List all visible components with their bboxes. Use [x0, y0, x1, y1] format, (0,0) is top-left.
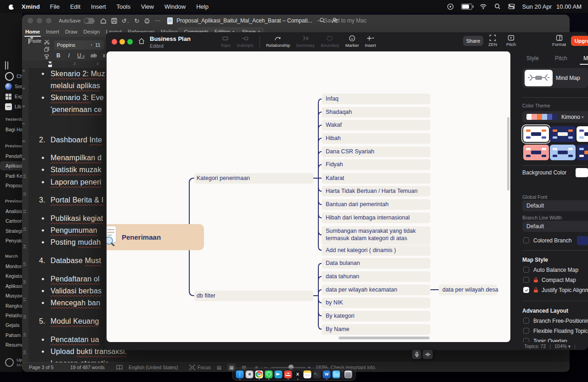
dock-icon-terminal[interactable]: ›_	[313, 371, 321, 378]
topic-subtopic[interactable]: Data bulanan	[322, 258, 430, 269]
format-strikethrough-button[interactable]: ab	[90, 52, 96, 59]
dock-icon-word[interactable]: W	[323, 371, 331, 378]
word-count[interactable]: 19 of 487 words	[70, 365, 105, 370]
sidebar-item[interactable]: Rangkai	[0, 301, 22, 310]
sidebar-item[interactable]: Gejala	[0, 320, 22, 330]
word-document-title[interactable]: Proposal_Aplikasi_Baitul_Mal_Aceh_Barat …	[176, 17, 312, 24]
topic-subtopic[interactable]: Hibah	[322, 133, 430, 144]
tool-relationship[interactable]: Relationship	[266, 34, 290, 48]
print-icon[interactable]	[144, 18, 150, 24]
read-mode-button[interactable]: ▤	[215, 364, 223, 371]
structure-selector[interactable]: Mind Map	[522, 68, 588, 88]
sidebar-toggle-icon[interactable]	[5, 61, 6, 70]
sidebar-item[interactable]: Strategi	[0, 226, 22, 236]
sidebar-item[interactable]: Cartoon	[0, 216, 22, 225]
dock-icon-chrome[interactable]	[255, 371, 263, 378]
menubar-item-window[interactable]: Window	[164, 3, 186, 10]
sidebar-item[interactable]: Padi Ken	[0, 171, 22, 180]
sidebar-nav-sora[interactable]: Sor	[0, 82, 22, 91]
dock-icon-whatsapp[interactable]	[265, 371, 273, 378]
topic-subtopic[interactable]: Sumbangan masyarakat yang tidak termasuk…	[322, 226, 430, 245]
menubar-item-insert[interactable]: Insert	[91, 3, 106, 10]
theme-option-5[interactable]	[550, 145, 576, 160]
canvas-zoom-level[interactable]: 104% ▾	[554, 343, 571, 349]
copy-icon[interactable]	[44, 47, 49, 52]
sidebar-nav-library[interactable]: Lib	[0, 102, 22, 111]
branch-line-width-select[interactable]: Default	[522, 221, 588, 232]
topic-subtopic[interactable]: By kategori	[322, 311, 430, 321]
tool-insert[interactable]: Insert	[365, 34, 376, 48]
topic-subtopic[interactable]: Dana CSR Syariah	[322, 146, 430, 157]
menubar-item-edit[interactable]: Edit	[70, 3, 80, 10]
topic-subtopic[interactable]: Add net kategori ( dinamis )	[322, 245, 430, 256]
proofing-icon[interactable]	[116, 365, 123, 370]
menubar-item-view[interactable]: View	[141, 3, 154, 10]
dock-icon-settings[interactable]	[246, 371, 254, 378]
checkbox-auto-balance-map[interactable]	[523, 267, 529, 273]
tab-style[interactable]: Style	[526, 55, 539, 62]
checkbox-compact-map[interactable]	[523, 277, 529, 283]
sidebar-item[interactable]: Kegiatan	[0, 271, 22, 281]
menubar-item-file[interactable]: File	[50, 3, 60, 10]
font-select[interactable]: Poppins▾	[54, 40, 96, 50]
language-indicator[interactable]: English (United States)	[129, 365, 178, 370]
sidebar-nav-chatgpt[interactable]: Cha	[0, 72, 22, 81]
format-italic-button[interactable]: I	[67, 52, 71, 59]
format-painter-icon[interactable]	[44, 54, 49, 59]
topic-subtopic[interactable]: Shadaqah	[322, 107, 430, 118]
sidebar-item[interactable]: Musyaw	[0, 291, 22, 300]
colored-branch-checkbox[interactable]	[523, 237, 529, 243]
tab-draw[interactable]: Draw	[65, 29, 78, 34]
sidebar-item[interactable]: Aplikasi	[0, 161, 22, 170]
sidebar-item[interactable]: Resume	[0, 340, 22, 349]
sidebar-item[interactable]: Paham A	[0, 331, 22, 340]
apple-icon[interactable]	[8, 4, 14, 10]
theme-option-2[interactable]	[550, 126, 576, 142]
tab-design[interactable]: Design	[84, 29, 100, 34]
spotlight-search-icon[interactable]	[494, 3, 501, 10]
sidebar-item[interactable]: Proposa	[0, 181, 22, 190]
topic-subtopic[interactable]: Bantuan dari pemerintah	[322, 199, 430, 210]
checkbox-flexible-floating-topic[interactable]	[523, 328, 529, 334]
canvas-horizontal-scrollbar[interactable]	[339, 337, 430, 339]
upgrade-button[interactable]: Upgrade	[571, 36, 588, 46]
close-button[interactable]	[28, 18, 33, 23]
colored-branch-swatch[interactable]	[577, 236, 588, 245]
topic-subtopic[interactable]: by NIK	[322, 298, 430, 308]
tool-boundary[interactable]: Boundary	[321, 34, 339, 48]
checkbox-topic-overlap[interactable]	[523, 338, 529, 342]
dock-icon-folder[interactable]	[333, 371, 340, 378]
minimize-button[interactable]	[37, 18, 42, 23]
canvas-vertical-scrollbar[interactable]	[507, 117, 509, 191]
tool-topic[interactable]: Topic	[220, 34, 231, 48]
sidebar-item[interactable]: Pendafta	[0, 152, 22, 161]
home-icon[interactable]	[100, 18, 107, 24]
theme-option-3[interactable]	[577, 126, 588, 142]
format-bold-button[interactable]: B	[56, 52, 61, 59]
paste-button[interactable]: Paste	[27, 39, 43, 59]
theme-option-1[interactable]	[523, 126, 549, 142]
more-commands-icon[interactable]: ⋯	[155, 17, 161, 24]
checkbox-branch-free-positioning[interactable]	[523, 318, 529, 324]
tab-home[interactable]: Home	[25, 29, 40, 34]
close-button[interactable]	[112, 39, 117, 45]
topic-subtopic[interactable]: Infaq	[322, 94, 430, 104]
font-size-select[interactable]: 11	[92, 40, 104, 50]
sidebar-item[interactable]: Bagi Has	[0, 125, 22, 134]
background-color-swatch[interactable]	[576, 168, 588, 177]
sidebar-item[interactable]: Aplikasi	[0, 281, 22, 291]
zoom-button[interactable]	[127, 39, 133, 45]
sidebar-item[interactable]: Penyakit	[0, 236, 22, 245]
tab-insert[interactable]: Insert	[46, 29, 59, 34]
menubar-item-help[interactable]: Help	[196, 3, 209, 10]
topic-subtopic[interactable]: Fidyah	[322, 159, 430, 170]
theme-option-4[interactable]	[523, 145, 549, 160]
topic-subtopic[interactable]: Hibah dari lembaga internasional	[322, 213, 430, 223]
checkbox-justify-topic-alignment[interactable]	[523, 287, 529, 293]
topic-grandchild[interactable]: data per wilayah desa	[439, 285, 498, 295]
menubar-clock[interactable]: Sun 20 Apr10.00 AM	[522, 3, 582, 10]
format-button[interactable]: Format	[552, 34, 566, 47]
focus-button[interactable]: Focus	[198, 365, 211, 370]
share-user-icon[interactable]	[332, 17, 338, 23]
search-icon[interactable]	[319, 17, 325, 23]
